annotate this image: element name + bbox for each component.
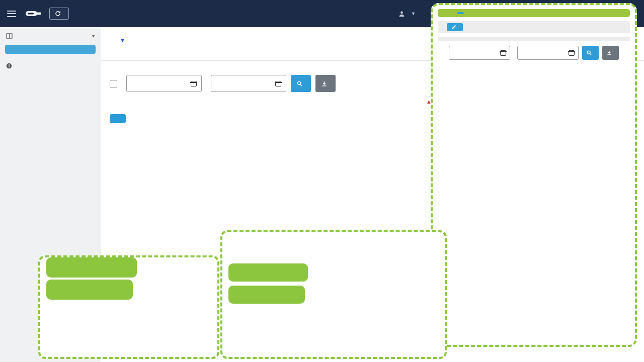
invite-approve-link[interactable]: ▼ — [120, 35, 125, 46]
calendar-icon — [191, 81, 197, 86]
temperature-line-chart — [438, 63, 632, 130]
refresh-icon — [55, 11, 61, 17]
search-icon — [297, 81, 302, 86]
observee-detail-panel — [431, 3, 637, 347]
window-icon — [6, 33, 13, 39]
view-stopped-button[interactable] — [110, 114, 126, 123]
record-date-to-input[interactable] — [517, 46, 579, 60]
record-section-bar — [438, 37, 630, 41]
record-date-from-input[interactable] — [449, 46, 510, 60]
calendar-icon — [500, 50, 506, 56]
user-icon — [398, 11, 405, 17]
user-menu[interactable]: ▼ — [398, 11, 416, 17]
info-icon — [6, 63, 12, 69]
calendar-icon — [569, 50, 575, 56]
sidebar-menu-health[interactable]: ▾ — [0, 27, 101, 44]
calendar-icon — [275, 81, 281, 86]
chevron-icon: ▾ — [92, 33, 95, 39]
date-to-input[interactable] — [211, 75, 286, 92]
hamburger-menu-icon[interactable] — [7, 11, 16, 17]
group-settings-panel — [38, 255, 219, 359]
app-logo[interactable] — [23, 10, 42, 18]
filter-checkbox[interactable] — [110, 80, 117, 87]
pencil-icon — [451, 25, 456, 30]
search-button[interactable] — [291, 75, 311, 92]
date-from-input[interactable] — [126, 75, 202, 92]
basic-info-bar — [438, 21, 630, 33]
edit-button[interactable] — [447, 23, 463, 31]
refresh-button[interactable] — [49, 8, 69, 20]
caret-down-icon: ▼ — [120, 37, 125, 43]
reporting-status-badge — [457, 12, 464, 14]
admin-settings-panel — [220, 230, 447, 359]
search-icon — [587, 50, 592, 55]
divider — [110, 51, 432, 51]
record-search-button[interactable] — [582, 46, 599, 60]
download-icon — [607, 50, 612, 55]
logo-icon — [25, 10, 42, 18]
download-icon — [321, 81, 327, 86]
csv-download-button[interactable] — [315, 75, 336, 92]
threshold-note: ▲ — [110, 98, 432, 105]
record-csv-button[interactable] — [602, 46, 619, 60]
detail-header — [438, 9, 630, 17]
sidebar-item-contract[interactable] — [0, 59, 101, 73]
sidebar-item-main-group[interactable] — [5, 45, 96, 54]
chevron-down-icon: ▼ — [411, 11, 416, 16]
